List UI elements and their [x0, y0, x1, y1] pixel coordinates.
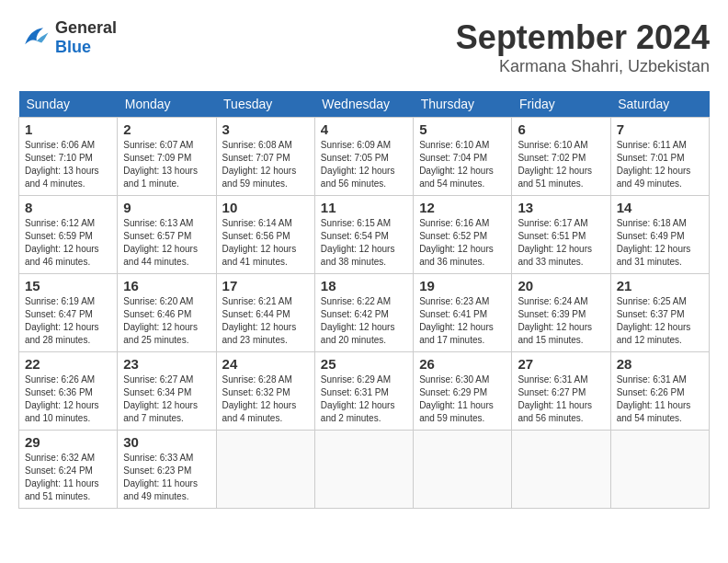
calendar-cell [216, 431, 314, 509]
calendar-cell: 21Sunrise: 6:25 AM Sunset: 6:37 PM Dayli… [610, 274, 709, 352]
day-number: 23 [123, 356, 210, 372]
day-info: Sunrise: 6:31 AM Sunset: 6:26 PM Dayligh… [617, 373, 703, 425]
day-number: 29 [25, 434, 111, 450]
calendar-cell: 7Sunrise: 6:11 AM Sunset: 7:01 PM Daylig… [610, 118, 709, 196]
header-sunday: Sunday [19, 91, 118, 118]
calendar-cell: 1Sunrise: 6:06 AM Sunset: 7:10 PM Daylig… [19, 118, 118, 196]
day-number: 14 [617, 200, 703, 215]
header-wednesday: Wednesday [314, 91, 413, 118]
calendar-cell: 23Sunrise: 6:27 AM Sunset: 6:34 PM Dayli… [118, 352, 216, 431]
calendar-cell: 13Sunrise: 6:17 AM Sunset: 6:51 PM Dayli… [512, 196, 610, 274]
calendar-cell: 17Sunrise: 6:21 AM Sunset: 6:44 PM Dayli… [216, 274, 314, 352]
day-number: 12 [419, 200, 506, 215]
title-area: September 2024 Karmana Shahri, Uzbekista… [456, 18, 710, 76]
header-tuesday: Tuesday [216, 91, 314, 118]
day-info: Sunrise: 6:28 AM Sunset: 6:32 PM Dayligh… [222, 373, 309, 425]
header-row: Sunday Monday Tuesday Wednesday Thursday… [19, 91, 710, 118]
day-info: Sunrise: 6:19 AM Sunset: 6:47 PM Dayligh… [25, 295, 111, 347]
logo: General Blue [18, 18, 117, 57]
calendar-week-4: 22Sunrise: 6:26 AM Sunset: 6:36 PM Dayli… [19, 352, 710, 431]
calendar-table: Sunday Monday Tuesday Wednesday Thursday… [18, 91, 710, 509]
day-number: 28 [617, 356, 703, 372]
day-number: 21 [617, 278, 703, 293]
day-number: 6 [518, 121, 604, 137]
calendar-week-1: 1Sunrise: 6:06 AM Sunset: 7:10 PM Daylig… [19, 118, 710, 196]
calendar-cell [414, 431, 512, 509]
calendar-cell: 11Sunrise: 6:15 AM Sunset: 6:54 PM Dayli… [314, 196, 413, 274]
day-info: Sunrise: 6:08 AM Sunset: 7:07 PM Dayligh… [222, 139, 309, 190]
day-info: Sunrise: 6:12 AM Sunset: 6:59 PM Dayligh… [25, 217, 111, 269]
header-saturday: Saturday [610, 91, 709, 118]
calendar-cell: 26Sunrise: 6:30 AM Sunset: 6:29 PM Dayli… [414, 352, 512, 431]
calendar-cell: 20Sunrise: 6:24 AM Sunset: 6:39 PM Dayli… [512, 274, 610, 352]
calendar-cell: 14Sunrise: 6:18 AM Sunset: 6:49 PM Dayli… [610, 196, 709, 274]
day-info: Sunrise: 6:24 AM Sunset: 6:39 PM Dayligh… [518, 295, 604, 347]
day-number: 4 [321, 121, 407, 137]
day-number: 24 [222, 356, 309, 372]
day-info: Sunrise: 6:11 AM Sunset: 7:01 PM Dayligh… [617, 139, 703, 190]
day-info: Sunrise: 6:09 AM Sunset: 7:05 PM Dayligh… [321, 139, 407, 190]
calendar-cell: 28Sunrise: 6:31 AM Sunset: 6:26 PM Dayli… [610, 352, 709, 431]
calendar-cell [314, 431, 413, 509]
calendar-cell: 27Sunrise: 6:31 AM Sunset: 6:27 PM Dayli… [512, 352, 610, 431]
header-friday: Friday [512, 91, 610, 118]
calendar-week-5: 29Sunrise: 6:32 AM Sunset: 6:24 PM Dayli… [19, 431, 710, 509]
calendar-cell: 18Sunrise: 6:22 AM Sunset: 6:42 PM Dayli… [314, 274, 413, 352]
calendar-cell: 9Sunrise: 6:13 AM Sunset: 6:57 PM Daylig… [118, 196, 216, 274]
day-info: Sunrise: 6:07 AM Sunset: 7:09 PM Dayligh… [123, 139, 210, 190]
calendar-cell [512, 431, 610, 509]
day-number: 1 [25, 121, 111, 137]
calendar-cell: 19Sunrise: 6:23 AM Sunset: 6:41 PM Dayli… [414, 274, 512, 352]
day-info: Sunrise: 6:06 AM Sunset: 7:10 PM Dayligh… [25, 139, 111, 190]
calendar-cell: 22Sunrise: 6:26 AM Sunset: 6:36 PM Dayli… [19, 352, 118, 431]
day-info: Sunrise: 6:18 AM Sunset: 6:49 PM Dayligh… [617, 217, 703, 269]
day-number: 25 [321, 356, 407, 372]
calendar-cell: 5Sunrise: 6:10 AM Sunset: 7:04 PM Daylig… [414, 118, 512, 196]
calendar-cell: 12Sunrise: 6:16 AM Sunset: 6:52 PM Dayli… [414, 196, 512, 274]
day-number: 22 [25, 356, 111, 372]
calendar-cell: 24Sunrise: 6:28 AM Sunset: 6:32 PM Dayli… [216, 352, 314, 431]
day-number: 3 [222, 121, 309, 137]
day-info: Sunrise: 6:26 AM Sunset: 6:36 PM Dayligh… [25, 373, 111, 425]
calendar-cell: 25Sunrise: 6:29 AM Sunset: 6:31 PM Dayli… [314, 352, 413, 431]
day-info: Sunrise: 6:10 AM Sunset: 7:04 PM Dayligh… [419, 139, 506, 190]
month-title: September 2024 [456, 18, 710, 57]
day-info: Sunrise: 6:27 AM Sunset: 6:34 PM Dayligh… [123, 373, 210, 425]
day-number: 30 [123, 434, 210, 450]
day-number: 27 [518, 356, 604, 372]
calendar-cell: 29Sunrise: 6:32 AM Sunset: 6:24 PM Dayli… [19, 431, 118, 509]
header-thursday: Thursday [414, 91, 512, 118]
day-info: Sunrise: 6:10 AM Sunset: 7:02 PM Dayligh… [518, 139, 604, 190]
logo-text: General Blue [55, 18, 117, 57]
calendar-week-2: 8Sunrise: 6:12 AM Sunset: 6:59 PM Daylig… [19, 196, 710, 274]
day-number: 26 [419, 356, 506, 372]
page-header: General Blue September 2024 Karmana Shah… [18, 18, 710, 76]
day-number: 10 [222, 200, 309, 215]
day-number: 16 [123, 278, 210, 293]
day-info: Sunrise: 6:29 AM Sunset: 6:31 PM Dayligh… [321, 373, 407, 425]
day-number: 2 [123, 121, 210, 137]
day-number: 5 [419, 121, 506, 137]
day-number: 8 [25, 200, 111, 215]
day-info: Sunrise: 6:21 AM Sunset: 6:44 PM Dayligh… [222, 295, 309, 347]
day-number: 19 [419, 278, 506, 293]
day-number: 13 [518, 200, 604, 215]
day-number: 20 [518, 278, 604, 293]
logo-icon [18, 21, 51, 54]
calendar-cell: 3Sunrise: 6:08 AM Sunset: 7:07 PM Daylig… [216, 118, 314, 196]
calendar-cell: 30Sunrise: 6:33 AM Sunset: 6:23 PM Dayli… [118, 431, 216, 509]
day-info: Sunrise: 6:22 AM Sunset: 6:42 PM Dayligh… [321, 295, 407, 347]
day-number: 11 [321, 200, 407, 215]
day-number: 9 [123, 200, 210, 215]
day-info: Sunrise: 6:25 AM Sunset: 6:37 PM Dayligh… [617, 295, 703, 347]
day-info: Sunrise: 6:31 AM Sunset: 6:27 PM Dayligh… [518, 373, 604, 425]
calendar-cell [610, 431, 709, 509]
day-info: Sunrise: 6:13 AM Sunset: 6:57 PM Dayligh… [123, 217, 210, 269]
day-info: Sunrise: 6:15 AM Sunset: 6:54 PM Dayligh… [321, 217, 407, 269]
calendar-week-3: 15Sunrise: 6:19 AM Sunset: 6:47 PM Dayli… [19, 274, 710, 352]
calendar-cell: 8Sunrise: 6:12 AM Sunset: 6:59 PM Daylig… [19, 196, 118, 274]
day-info: Sunrise: 6:30 AM Sunset: 6:29 PM Dayligh… [419, 373, 506, 425]
calendar-cell: 2Sunrise: 6:07 AM Sunset: 7:09 PM Daylig… [118, 118, 216, 196]
day-info: Sunrise: 6:20 AM Sunset: 6:46 PM Dayligh… [123, 295, 210, 347]
day-info: Sunrise: 6:16 AM Sunset: 6:52 PM Dayligh… [419, 217, 506, 269]
